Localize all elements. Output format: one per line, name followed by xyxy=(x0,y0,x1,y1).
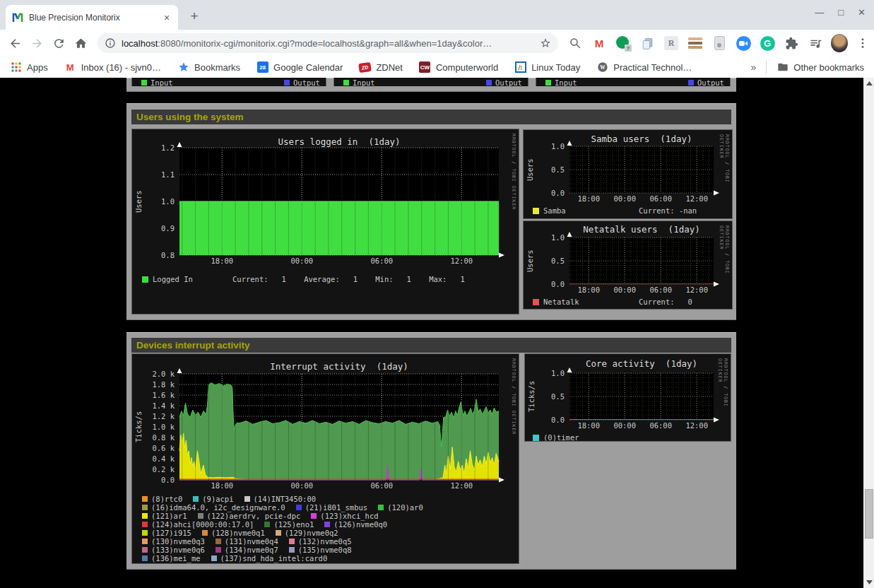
interrupt-activity-graph[interactable]: Interrupt activity (1day)2.0 k1.8 k1.6 k… xyxy=(131,353,519,564)
svg-text:18:00: 18:00 xyxy=(577,194,600,203)
bookmarks-overflow-chevron[interactable]: » xyxy=(751,61,757,73)
star-blue-icon xyxy=(177,61,189,74)
home-button[interactable] xyxy=(70,33,92,54)
address-bar[interactable]: localhost:8080/monitorix-cgi/monitorix.c… xyxy=(98,33,558,53)
page-info-icon[interactable] xyxy=(105,37,116,49)
samba-users-graph[interactable]: Samba users (1day)1.00.50.018:0000:0006:… xyxy=(523,129,733,219)
bookmark-label: Apps xyxy=(27,62,48,73)
rrdtool-credit: RRDTOOL / TOBI OETIKER xyxy=(511,134,516,291)
calendar-28-icon: 28 xyxy=(256,61,268,74)
svg-text:1.0: 1.0 xyxy=(161,197,175,206)
section-header-interrupts: Devices interrupt activity xyxy=(131,338,731,353)
bookmark-inbox[interactable]: MInbox (16) - sjvn0… xyxy=(64,61,161,74)
section-title-users: Users using the system xyxy=(131,112,244,122)
interrupt-legend-row: (127)i915(128)nvme0q1(129)nvme0q2 xyxy=(142,529,338,537)
legend-current-value: Current: -nan xyxy=(639,206,697,215)
browser-window: Blue Precision Monitorix × + — □ ✕ local… xyxy=(0,0,874,588)
bookmark-computerworld[interactable]: CWComputerworld xyxy=(419,61,498,74)
grammarly-extension-icon[interactable]: G xyxy=(759,35,776,52)
other-bookmarks-button[interactable]: Other bookmarks xyxy=(776,61,864,74)
svg-text:1.0: 1.0 xyxy=(551,142,565,151)
bookmark-star-icon[interactable] xyxy=(540,37,551,49)
reload-button[interactable] xyxy=(48,33,70,54)
scrollbar-thumb[interactable] xyxy=(865,489,873,539)
gmail-icon[interactable]: M xyxy=(591,35,608,52)
back-button[interactable] xyxy=(4,33,26,54)
svg-text:0.8 k: 0.8 k xyxy=(152,433,175,442)
svg-text:0.4 k: 0.4 k xyxy=(152,454,175,463)
bookmark-zdnet[interactable]: ZDZDNet xyxy=(359,61,403,74)
bookmark-label: ZDNet xyxy=(376,62,403,73)
scroll-up-button[interactable] xyxy=(864,78,874,89)
url-host: localhost xyxy=(122,38,158,49)
page-content: Users using the system Devices interrupt… xyxy=(0,78,874,588)
bookmark-label: Google Calendar xyxy=(273,62,343,73)
netatalk-users-graph[interactable]: Netatalk users (1day)1.00.50.018:0000:00… xyxy=(523,220,733,310)
svg-text:0.5: 0.5 xyxy=(551,392,565,401)
core-activity-graph[interactable]: Core activity (1day)1.00.50.018:0000:000… xyxy=(524,353,731,442)
partial-network-graph-2[interactable]: InputOutput xyxy=(333,78,528,86)
legend-series: Samba xyxy=(533,206,566,215)
interrupt-legend-row: (130)nvme0q3(131)nvme0q4(132)nvme0q5 xyxy=(142,537,352,546)
tab-close-icon[interactable]: × xyxy=(161,12,172,23)
zoom-extension-icon[interactable] xyxy=(735,35,752,52)
profile-avatar[interactable] xyxy=(831,35,848,52)
maximize-button[interactable]: □ xyxy=(838,7,844,18)
interrupt-legend-row: (124)ahci[0000:00:17.0](125)eno1(126)nvm… xyxy=(142,520,387,529)
partial-network-graph-1[interactable]: InputOutput xyxy=(131,78,326,86)
voice-extension-icon[interactable]: ? xyxy=(615,35,632,52)
svg-text:06:00: 06:00 xyxy=(649,421,672,430)
svg-text:1.0 k: 1.0 k xyxy=(152,423,175,431)
rrdtool-credit: RRDTOOL / TOBI OETIKER xyxy=(511,358,516,541)
interrupt-legend-row: (133)nvme0q6(134)nvme0q7(135)nvme0q8 xyxy=(142,546,352,554)
legend-input: Input xyxy=(141,78,173,86)
search-icon[interactable] xyxy=(567,35,584,52)
extensions-row: M?RG xyxy=(567,35,848,52)
close-button[interactable]: ✕ xyxy=(858,7,866,18)
url-text[interactable]: localhost:8080/monitorix-cgi/monitorix.c… xyxy=(122,38,534,49)
minimize-button[interactable]: — xyxy=(815,7,824,18)
bookmark-apps[interactable]: Apps xyxy=(10,61,48,74)
users-logged-in-graph[interactable]: Users logged in (1day)1.21.11.00.90.818:… xyxy=(131,129,519,314)
other-bookmarks-label: Other bookmarks xyxy=(793,62,864,73)
svg-text:00:00: 00:00 xyxy=(290,481,313,490)
svg-text:00:00: 00:00 xyxy=(613,421,636,430)
page-scrollbar[interactable] xyxy=(863,78,874,588)
bookmark-label: Inbox (16) - sjvn0… xyxy=(81,62,161,73)
apps-grid-icon xyxy=(10,61,22,74)
interrupt-legend-row: (16)idma64.0, i2c_designware.0(21)i801_s… xyxy=(142,503,423,512)
bookmark-linux-today[interactable]: /tLinux Today xyxy=(514,61,580,74)
svg-text:0.9: 0.9 xyxy=(161,224,175,233)
bookmark-bookmarks[interactable]: Bookmarks xyxy=(177,61,240,74)
partial-network-graph-3[interactable]: InputOutput xyxy=(536,78,731,86)
r-extension-icon[interactable]: R xyxy=(663,35,680,52)
playlist-extension-icon[interactable] xyxy=(807,35,824,52)
svg-text:00:00: 00:00 xyxy=(290,257,313,265)
browser-menu-button[interactable] xyxy=(855,35,870,52)
legend-logged-in: Logged In xyxy=(142,275,193,283)
tab-strip: Blue Precision Monitorix × + — □ ✕ xyxy=(0,0,874,30)
svg-text:18:00: 18:00 xyxy=(211,257,233,265)
svg-text:06:00: 06:00 xyxy=(370,481,393,490)
url-path: :8080/monitorix-cgi/monitorix.cgi?mode=l… xyxy=(158,38,492,49)
bookmarks-bar: AppsMInbox (16) - sjvn0…Bookmarks28Googl… xyxy=(0,57,874,78)
svg-text:12:00: 12:00 xyxy=(450,257,473,265)
svg-text:18:00: 18:00 xyxy=(577,421,600,430)
svg-text:0.5: 0.5 xyxy=(551,165,565,174)
bookmark-practical-technology[interactable]: WPractical Technol… xyxy=(596,61,692,74)
new-tab-button[interactable]: + xyxy=(185,7,203,25)
svg-text:0.0: 0.0 xyxy=(161,476,175,484)
svg-text:Users logged in (1day): Users logged in (1day) xyxy=(278,136,400,147)
reading-stack-extension-icon[interactable] xyxy=(687,35,704,52)
forward-button[interactable] xyxy=(26,33,48,54)
extensions-puzzle-icon[interactable] xyxy=(783,35,800,52)
svg-text:0.0: 0.0 xyxy=(551,280,565,288)
card-extension-icon[interactable] xyxy=(711,35,728,52)
scroll-down-button[interactable] xyxy=(864,577,874,588)
rrdtool-credit: RRDTOOL / TOBI OETIKER xyxy=(719,225,730,286)
copy-pages-extension-icon[interactable] xyxy=(639,35,656,52)
legend-input: Input xyxy=(545,78,577,86)
monitorix-favicon-icon xyxy=(11,11,23,23)
browser-tab[interactable]: Blue Precision Monitorix × xyxy=(6,5,178,30)
bookmark-google-calendar[interactable]: 28Google Calendar xyxy=(256,61,343,74)
